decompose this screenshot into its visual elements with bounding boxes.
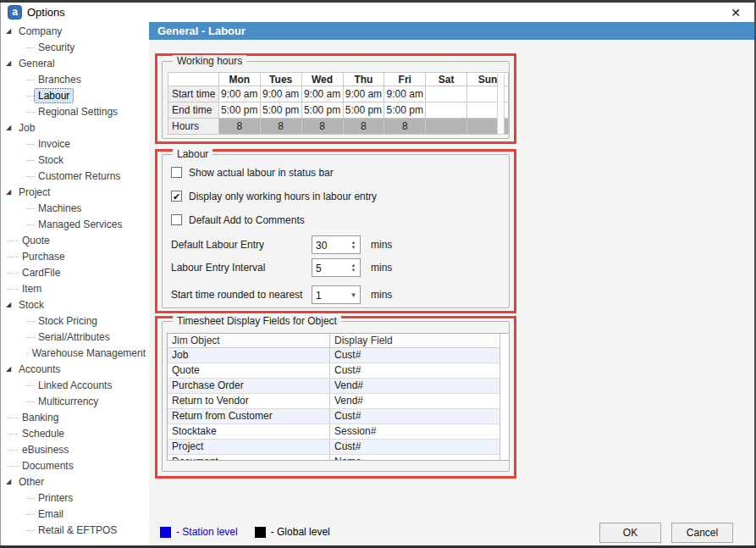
end-time-cell-tues[interactable]: 5:00 pm — [260, 102, 301, 119]
table-row-return-to-vendor[interactable]: Return to VendorVend# — [168, 394, 509, 409]
sidebar-item-customer-returns[interactable]: Customer Returns — [1, 169, 149, 184]
start-time-rounded-to-nearest-dropdown[interactable]: 1▼ — [312, 285, 361, 304]
sidebar-item-company[interactable]: ◢Company — [1, 24, 149, 39]
start-time-cell-mon[interactable]: 9:00 am — [218, 86, 260, 102]
sidebar-item-managed-services[interactable]: Managed Services — [1, 217, 149, 232]
sidebar-item-serial-attributes[interactable]: Serial/Attributes — [1, 329, 149, 345]
options-tree: ◢CompanySecurity◢GeneralBranchesLabourRe… — [1, 22, 149, 545]
spinner-down-icon[interactable]: ▼ — [351, 268, 356, 273]
timesheet-group: Timesheet Display Fields for Object Jim … — [162, 321, 510, 472]
expand-arrow-icon[interactable]: ◢ — [6, 297, 15, 313]
table-row-return-from-customer[interactable]: Return from CustomerCust# — [168, 409, 509, 424]
sidebar-item-banking[interactable]: Banking — [1, 410, 149, 425]
tree-connector — [26, 337, 35, 338]
sidebar-item-purchase[interactable]: Purchase — [1, 249, 149, 264]
column-header-display-field[interactable]: Display Field — [329, 334, 509, 347]
expand-arrow-icon[interactable]: ◢ — [6, 185, 15, 200]
checkbox-label: Default Add to Comments — [189, 214, 305, 226]
close-icon[interactable]: ✕ — [727, 5, 744, 20]
checkbox-unchecked-icon[interactable] — [171, 167, 182, 178]
start-time-cell-sat[interactable] — [426, 86, 467, 102]
ok-button[interactable]: OK — [599, 523, 661, 543]
sidebar-item-warehouse-management[interactable]: Warehouse Management — [1, 346, 149, 361]
station-level-swatch — [160, 527, 171, 538]
start-time-cell-wed[interactable]: 9:00 am — [301, 86, 343, 102]
tree-item-label: eBusiness — [19, 443, 72, 457]
sidebar-item-job[interactable]: ◢Job — [1, 120, 149, 136]
table-row-stocktake[interactable]: StocktakeSession# — [168, 424, 509, 440]
tree-connector — [8, 418, 19, 418]
sidebar-item-quote[interactable]: Quote — [1, 233, 149, 248]
checkbox-checked-icon[interactable]: ✔ — [171, 191, 182, 202]
default-labour-entry-spinner[interactable]: 30▲▼ — [312, 235, 361, 254]
tree-item-label: Item — [19, 282, 45, 296]
end-time-cell-fri[interactable]: 5:00 pm — [384, 102, 426, 119]
day-header-fri: Fri — [384, 73, 426, 86]
tree-item-label: Project — [15, 185, 53, 199]
sidebar-item-retail-eftpos[interactable]: Retail & EFTPOS — [1, 523, 149, 538]
row-label-hours: Hours — [168, 119, 219, 135]
table-row-quote[interactable]: QuoteCust# — [168, 363, 509, 379]
field-row-labour-entry-interval: Labour Entry Interval5▲▼mins — [171, 258, 392, 277]
expand-arrow-icon[interactable]: ◢ — [6, 56, 15, 71]
timesheet-scrollbar[interactable] — [499, 334, 509, 460]
window-title: Options — [27, 6, 65, 19]
working-hours-scrollbar[interactable] — [497, 72, 505, 135]
tree-item-label: Email — [35, 507, 67, 521]
expand-arrow-icon[interactable]: ◢ — [6, 362, 15, 377]
tree-item-label: Job — [15, 121, 38, 135]
sidebar-item-stock-pricing[interactable]: Stock Pricing — [1, 313, 149, 329]
global-level-swatch — [255, 527, 266, 538]
end-time-cell-wed[interactable]: 5:00 pm — [301, 102, 343, 119]
timesheet-table: Jim ObjectDisplay Field JobCust#QuoteCus… — [167, 333, 510, 461]
checkbox-unchecked-icon[interactable] — [171, 214, 182, 225]
sidebar-item-cardfile[interactable]: CardFile — [1, 265, 149, 280]
sidebar-item-stock[interactable]: Stock — [1, 152, 149, 168]
sidebar-item-ebusiness[interactable]: eBusiness — [1, 442, 149, 457]
end-time-cell-sat[interactable] — [426, 102, 467, 119]
sidebar-item-general[interactable]: ◢General — [1, 56, 149, 71]
expand-arrow-icon[interactable]: ◢ — [6, 24, 15, 39]
sidebar-item-item[interactable]: Item — [1, 281, 149, 296]
spinner-arrows-icon[interactable]: ▲▼ — [347, 236, 360, 253]
column-header-jim-object[interactable]: Jim Object — [168, 334, 329, 347]
cancel-button[interactable]: Cancel — [671, 523, 733, 543]
sidebar-item-branches[interactable]: Branches — [1, 72, 149, 87]
start-time-cell-tues[interactable]: 9:00 am — [260, 86, 301, 102]
highlight-labour: Labour Show actual labour in status bar✔… — [155, 149, 516, 313]
start-time-cell-fri[interactable]: 9:00 am — [384, 86, 426, 102]
table-row-purchase-order[interactable]: Purchase OrderVend# — [168, 379, 509, 394]
working-hours-corner-cell — [168, 73, 219, 86]
spinner-down-icon[interactable]: ▼ — [351, 245, 356, 250]
sidebar-item-documents[interactable]: Documents — [1, 458, 149, 473]
end-time-cell-mon[interactable]: 5:00 pm — [218, 102, 260, 119]
sidebar-item-project[interactable]: ◢Project — [1, 185, 149, 200]
table-row-document[interactable]: DocumentName — [168, 455, 509, 461]
tree-item-label: Multicurrency — [35, 395, 102, 408]
field-label: Labour Entry Interval — [171, 262, 312, 274]
sidebar-item-stock[interactable]: ◢Stock — [1, 297, 149, 313]
sidebar-item-invoice[interactable]: Invoice — [1, 136, 149, 152]
sidebar-item-machines[interactable]: Machines — [1, 201, 149, 216]
sidebar-item-multicurrency[interactable]: Multicurrency — [1, 394, 149, 409]
chevron-down-icon[interactable]: ▼ — [347, 286, 360, 303]
tree-item-label: Security — [35, 41, 78, 54]
sidebar-item-schedule[interactable]: Schedule — [1, 426, 149, 441]
sidebar-item-security[interactable]: Security — [1, 40, 149, 55]
sidebar-item-accounts[interactable]: ◢Accounts — [1, 362, 149, 377]
start-time-cell-thu[interactable]: 9:00 am — [343, 86, 384, 102]
sidebar-item-other[interactable]: ◢Other — [1, 474, 149, 490]
sidebar-item-printers[interactable]: Printers — [1, 490, 149, 506]
sidebar-item-regional-settings[interactable]: Regional Settings — [1, 104, 149, 119]
sidebar-item-labour[interactable]: Labour — [1, 88, 149, 103]
sidebar-item-linked-accounts[interactable]: Linked Accounts — [1, 378, 149, 393]
table-row-job[interactable]: JobCust# — [168, 348, 509, 363]
labour-entry-interval-spinner[interactable]: 5▲▼ — [312, 258, 361, 277]
table-row-project[interactable]: ProjectCust# — [168, 440, 509, 455]
sidebar-item-email[interactable]: Email — [1, 506, 149, 522]
expand-arrow-icon[interactable]: ◢ — [6, 120, 15, 136]
expand-arrow-icon[interactable]: ◢ — [6, 474, 15, 490]
end-time-cell-thu[interactable]: 5:00 pm — [343, 102, 384, 119]
spinner-arrows-icon[interactable]: ▲▼ — [347, 259, 360, 276]
unit-label: mins — [371, 289, 392, 301]
